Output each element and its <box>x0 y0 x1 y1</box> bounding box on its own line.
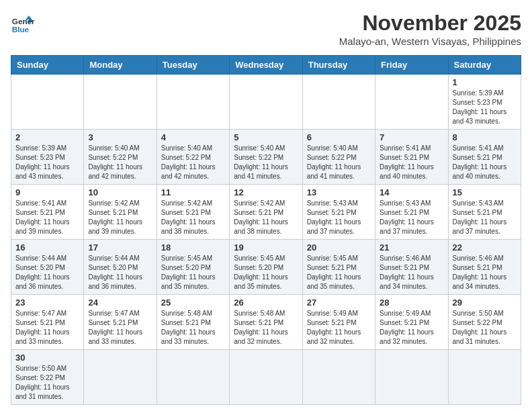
calendar-cell: 6Sunrise: 5:40 AMSunset: 5:22 PMDaylight… <box>302 130 375 185</box>
calendar-cell <box>157 350 229 405</box>
day-number: 10 <box>88 187 152 197</box>
calendar-table: SundayMondayTuesdayWednesdayThursdayFrid… <box>11 55 521 405</box>
day-number: 5 <box>234 132 298 142</box>
calendar-cell: 5Sunrise: 5:40 AMSunset: 5:22 PMDaylight… <box>230 130 302 185</box>
calendar-cell: 12Sunrise: 5:42 AMSunset: 5:21 PMDayligh… <box>230 185 302 240</box>
day-info: Sunrise: 5:47 AMSunset: 5:21 PMDaylight:… <box>88 309 152 347</box>
day-number: 1 <box>453 77 517 87</box>
day-info: Sunrise: 5:46 AMSunset: 5:21 PMDaylight:… <box>380 254 443 291</box>
day-info: Sunrise: 5:48 AMSunset: 5:21 PMDaylight:… <box>234 309 298 347</box>
calendar-cell: 1Sunrise: 5:39 AMSunset: 5:23 PMDaylight… <box>448 75 521 130</box>
calendar-cell <box>11 75 84 130</box>
calendar-cell: 14Sunrise: 5:43 AMSunset: 5:21 PMDayligh… <box>375 185 448 240</box>
calendar-cell <box>302 75 375 130</box>
day-info: Sunrise: 5:46 AMSunset: 5:21 PMDaylight:… <box>453 254 517 291</box>
day-number: 11 <box>161 187 225 197</box>
column-header-sunday: Sunday <box>11 56 84 75</box>
day-number: 18 <box>161 242 225 253</box>
day-info: Sunrise: 5:39 AMSunset: 5:23 PMDaylight:… <box>15 144 79 181</box>
calendar-cell <box>375 75 448 130</box>
day-number: 17 <box>88 242 152 253</box>
day-info: Sunrise: 5:49 AMSunset: 5:21 PMDaylight:… <box>380 309 443 347</box>
calendar-week-row: 9Sunrise: 5:41 AMSunset: 5:21 PMDaylight… <box>11 185 521 240</box>
day-info: Sunrise: 5:44 AMSunset: 5:20 PMDaylight:… <box>15 254 79 291</box>
calendar-cell: 23Sunrise: 5:47 AMSunset: 5:21 PMDayligh… <box>11 295 84 350</box>
day-info: Sunrise: 5:42 AMSunset: 5:21 PMDaylight:… <box>161 199 225 236</box>
day-info: Sunrise: 5:44 AMSunset: 5:20 PMDaylight:… <box>88 254 152 291</box>
day-info: Sunrise: 5:39 AMSunset: 5:23 PMDaylight:… <box>453 89 517 126</box>
day-info: Sunrise: 5:48 AMSunset: 5:21 PMDaylight:… <box>161 309 225 347</box>
calendar-cell: 10Sunrise: 5:42 AMSunset: 5:21 PMDayligh… <box>84 185 157 240</box>
column-header-monday: Monday <box>84 56 157 75</box>
column-header-saturday: Saturday <box>448 56 521 75</box>
day-info: Sunrise: 5:42 AMSunset: 5:21 PMDaylight:… <box>88 199 152 236</box>
calendar-week-row: 16Sunrise: 5:44 AMSunset: 5:20 PMDayligh… <box>11 240 521 295</box>
calendar-cell: 24Sunrise: 5:47 AMSunset: 5:21 PMDayligh… <box>84 295 157 350</box>
day-info: Sunrise: 5:40 AMSunset: 5:22 PMDaylight:… <box>161 144 225 181</box>
title-area: November 2025 Malayo-an, Western Visayas… <box>339 11 521 47</box>
day-info: Sunrise: 5:45 AMSunset: 5:20 PMDaylight:… <box>234 254 298 291</box>
column-header-wednesday: Wednesday <box>230 56 302 75</box>
calendar-cell: 21Sunrise: 5:46 AMSunset: 5:21 PMDayligh… <box>375 240 448 295</box>
day-info: Sunrise: 5:41 AMSunset: 5:21 PMDaylight:… <box>380 144 443 181</box>
day-number: 9 <box>15 187 79 197</box>
column-header-friday: Friday <box>375 56 448 75</box>
logo-icon: General Blue <box>11 11 35 35</box>
column-header-thursday: Thursday <box>302 56 375 75</box>
day-info: Sunrise: 5:40 AMSunset: 5:22 PMDaylight:… <box>88 144 152 181</box>
day-info: Sunrise: 5:43 AMSunset: 5:21 PMDaylight:… <box>453 199 517 236</box>
day-info: Sunrise: 5:50 AMSunset: 5:22 PMDaylight:… <box>453 309 517 347</box>
calendar-cell: 28Sunrise: 5:49 AMSunset: 5:21 PMDayligh… <box>375 295 448 350</box>
calendar-week-row: 2Sunrise: 5:39 AMSunset: 5:23 PMDaylight… <box>11 130 521 185</box>
calendar-cell: 9Sunrise: 5:41 AMSunset: 5:21 PMDaylight… <box>11 185 84 240</box>
calendar-cell: 2Sunrise: 5:39 AMSunset: 5:23 PMDaylight… <box>11 130 84 185</box>
day-number: 24 <box>88 298 152 308</box>
calendar-cell: 25Sunrise: 5:48 AMSunset: 5:21 PMDayligh… <box>157 295 229 350</box>
calendar-cell: 20Sunrise: 5:45 AMSunset: 5:21 PMDayligh… <box>302 240 375 295</box>
calendar-cell <box>448 350 521 405</box>
day-number: 8 <box>453 132 517 142</box>
day-info: Sunrise: 5:45 AMSunset: 5:21 PMDaylight:… <box>307 254 371 291</box>
day-number: 15 <box>453 187 517 197</box>
day-number: 6 <box>307 132 371 142</box>
calendar-cell: 22Sunrise: 5:46 AMSunset: 5:21 PMDayligh… <box>448 240 521 295</box>
day-number: 29 <box>453 298 517 308</box>
svg-text:Blue: Blue <box>12 25 30 34</box>
calendar-cell <box>84 350 157 405</box>
calendar-cell: 26Sunrise: 5:48 AMSunset: 5:21 PMDayligh… <box>230 295 302 350</box>
day-info: Sunrise: 5:43 AMSunset: 5:21 PMDaylight:… <box>307 199 371 236</box>
day-number: 4 <box>161 132 225 142</box>
day-info: Sunrise: 5:42 AMSunset: 5:21 PMDaylight:… <box>234 199 298 236</box>
calendar-cell: 16Sunrise: 5:44 AMSunset: 5:20 PMDayligh… <box>11 240 84 295</box>
logo: General Blue <box>11 11 35 35</box>
day-info: Sunrise: 5:49 AMSunset: 5:21 PMDaylight:… <box>307 309 371 347</box>
day-info: Sunrise: 5:43 AMSunset: 5:21 PMDaylight:… <box>380 199 443 236</box>
calendar-cell: 8Sunrise: 5:41 AMSunset: 5:21 PMDaylight… <box>448 130 521 185</box>
calendar-cell: 19Sunrise: 5:45 AMSunset: 5:20 PMDayligh… <box>230 240 302 295</box>
day-info: Sunrise: 5:47 AMSunset: 5:21 PMDaylight:… <box>15 309 79 347</box>
calendar-cell: 4Sunrise: 5:40 AMSunset: 5:22 PMDaylight… <box>157 130 229 185</box>
location-title: Malayo-an, Western Visayas, Philippines <box>339 36 521 47</box>
calendar-cell: 17Sunrise: 5:44 AMSunset: 5:20 PMDayligh… <box>84 240 157 295</box>
calendar-week-row: 30Sunrise: 5:50 AMSunset: 5:22 PMDayligh… <box>11 350 521 405</box>
calendar-week-row: 1Sunrise: 5:39 AMSunset: 5:23 PMDaylight… <box>11 75 521 130</box>
day-number: 7 <box>380 132 443 142</box>
day-number: 21 <box>380 242 443 253</box>
day-number: 2 <box>15 132 79 142</box>
day-number: 16 <box>15 242 79 253</box>
calendar-week-row: 23Sunrise: 5:47 AMSunset: 5:21 PMDayligh… <box>11 295 521 350</box>
calendar-cell: 13Sunrise: 5:43 AMSunset: 5:21 PMDayligh… <box>302 185 375 240</box>
calendar-cell: 11Sunrise: 5:42 AMSunset: 5:21 PMDayligh… <box>157 185 229 240</box>
calendar-cell <box>375 350 448 405</box>
day-number: 13 <box>307 187 371 197</box>
day-info: Sunrise: 5:41 AMSunset: 5:21 PMDaylight:… <box>453 144 517 181</box>
day-number: 22 <box>453 242 517 253</box>
calendar-cell: 18Sunrise: 5:45 AMSunset: 5:20 PMDayligh… <box>157 240 229 295</box>
calendar-header-row: SundayMondayTuesdayWednesdayThursdayFrid… <box>11 56 521 75</box>
day-info: Sunrise: 5:40 AMSunset: 5:22 PMDaylight:… <box>234 144 298 181</box>
calendar-cell: 30Sunrise: 5:50 AMSunset: 5:22 PMDayligh… <box>11 350 84 405</box>
day-number: 12 <box>234 187 298 197</box>
day-number: 3 <box>88 132 152 142</box>
calendar-cell <box>230 350 302 405</box>
calendar-cell: 7Sunrise: 5:41 AMSunset: 5:21 PMDaylight… <box>375 130 448 185</box>
